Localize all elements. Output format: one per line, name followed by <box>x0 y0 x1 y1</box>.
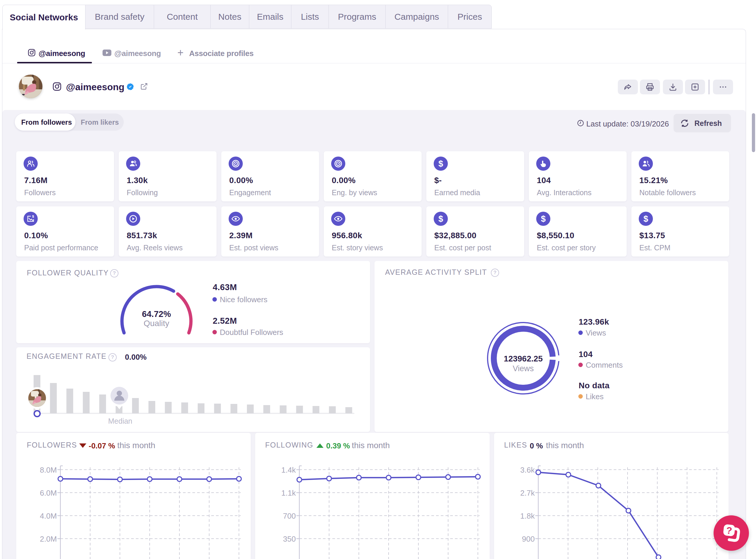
svg-text:64.72%: 64.72% <box>142 309 171 319</box>
svg-text:123962.25: 123962.25 <box>504 354 543 363</box>
svg-text:Quality: Quality <box>143 319 169 328</box>
svg-text:Views: Views <box>513 364 534 373</box>
svg-text:$: $ <box>32 215 34 218</box>
svg-text:?: ? <box>726 525 732 536</box>
